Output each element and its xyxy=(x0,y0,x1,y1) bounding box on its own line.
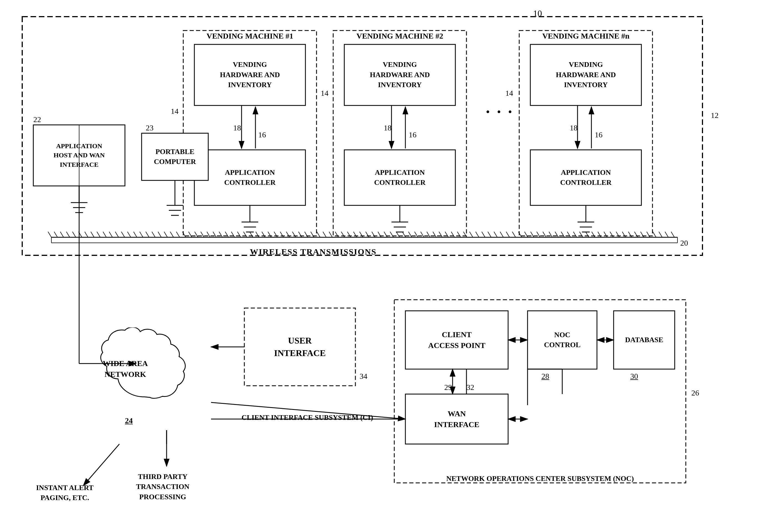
instant-alert: INSTANT ALERTPAGING, ETC. xyxy=(36,483,93,503)
ref-32: 32 xyxy=(466,383,474,392)
ref-16a: 16 xyxy=(258,130,266,139)
user-interface: USERINTERFACE xyxy=(244,308,356,386)
ref-10: 10 xyxy=(533,8,542,18)
vending-machine-1-title: VENDING MACHINE #1 xyxy=(183,30,317,41)
ref-18c: 18 xyxy=(570,123,577,132)
ref-18a: 18 xyxy=(233,123,241,132)
vending-hw-1: VENDINGHARDWARE ANDINVENTORY xyxy=(194,45,305,106)
ref-24: 24 xyxy=(125,416,133,425)
third-party: THIRD PARTYTRANSACTIONPROCESSING xyxy=(136,472,190,502)
ref-29: 29 xyxy=(444,383,452,392)
ref-14c: 14 xyxy=(505,89,513,98)
noc-subsystem-label: NETWORK OPERATIONS CENTER SUBSYSTEM (NOC… xyxy=(394,475,686,483)
vending-machine-2-title: VENDING MACHINE #2 xyxy=(333,30,466,41)
ref-22: 22 xyxy=(33,115,41,124)
ref-30: 30 xyxy=(630,372,638,381)
ref-16c: 16 xyxy=(595,130,603,139)
ref-18b: 18 xyxy=(384,123,392,132)
app-controller-2: APPLICATIONCONTROLLER xyxy=(344,150,455,205)
ref-14b: 14 xyxy=(321,89,328,98)
ref-23: 23 xyxy=(146,123,154,132)
wan-interface: WANINTERFACE xyxy=(405,394,508,444)
client-access-point: CLIENTACCESS POINT xyxy=(405,311,508,369)
noc-control: NOCCONTROL xyxy=(528,311,597,369)
diagram: 10 12 VENDING MACHINE #1 VENDING MACHINE… xyxy=(0,0,758,532)
portable-computer: PORTABLECOMPUTER xyxy=(142,133,208,181)
vending-machine-n-title: VENDING MACHINE #n xyxy=(519,30,652,41)
wireless-label: WIRELESS TRANSMISSIONS xyxy=(250,247,376,256)
ci-label: CLIENT INTERFACE SUBSYSTEM (CI) xyxy=(242,414,373,422)
app-controller-1: APPLICATIONCONTROLLER xyxy=(194,150,305,205)
ref-16b: 16 xyxy=(409,130,417,139)
vending-hw-2: VENDINGHARDWARE ANDINVENTORY xyxy=(344,45,455,106)
ref-12: 12 xyxy=(711,111,719,120)
svg-line-63 xyxy=(83,444,120,486)
app-host: APPLICATIONHOST AND WANINTERFACE xyxy=(33,125,125,186)
vending-hw-n: VENDINGHARDWARE ANDINVENTORY xyxy=(530,45,641,106)
ref-26: 26 xyxy=(691,388,699,397)
ref-20: 20 xyxy=(680,239,688,248)
ref-28: 28 xyxy=(541,372,549,381)
database: DATABASE xyxy=(614,311,675,369)
ref-34: 34 xyxy=(360,372,367,381)
app-controller-n: APPLICATIONCONTROLLER xyxy=(530,150,641,205)
ref-14a: 14 xyxy=(171,107,179,116)
ellipsis: • • • xyxy=(486,106,514,118)
wan-cloud xyxy=(92,327,197,405)
